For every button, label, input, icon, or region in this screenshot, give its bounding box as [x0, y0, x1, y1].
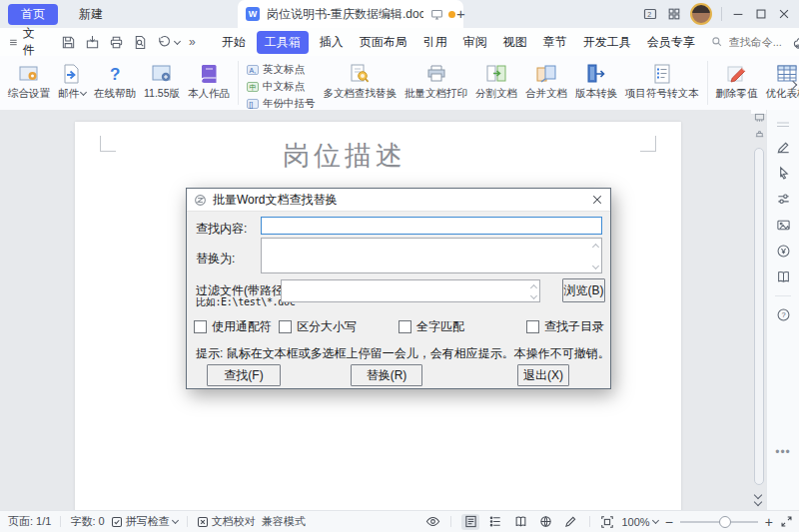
window-manager-icon[interactable]: 2: [642, 6, 658, 22]
ink-pen-button[interactable]: [561, 514, 579, 530]
user-avatar[interactable]: [690, 3, 712, 25]
document-heading[interactable]: 岗位描述: [283, 138, 406, 174]
ruler-toggle-icon[interactable]: [754, 113, 765, 124]
textarea-scroll-arrows[interactable]: [593, 243, 598, 268]
home-tab[interactable]: 首页: [8, 4, 58, 25]
tab-references[interactable]: 引用: [415, 31, 455, 54]
page-down-icon[interactable]: [755, 484, 761, 505]
fit-page-icon[interactable]: [600, 515, 614, 529]
find-button[interactable]: 查找(F): [207, 364, 281, 386]
reference-book-icon[interactable]: [776, 269, 791, 284]
merge-doc-button[interactable]: 合并文档: [521, 60, 571, 100]
replace-with-textarea[interactable]: [262, 239, 601, 272]
dialog-close-icon[interactable]: [591, 194, 603, 206]
split-doc-button[interactable]: 分割文档: [471, 60, 521, 100]
new-document-tab[interactable]: 新建: [68, 6, 114, 23]
checkbox-box[interactable]: [399, 320, 411, 333]
delete-zero-button[interactable]: 删除零值: [712, 60, 762, 100]
find-content-input[interactable]: [262, 218, 601, 234]
zoom-slider-knob[interactable]: [719, 516, 731, 528]
batch-print-button[interactable]: 批量文档打印: [400, 60, 471, 100]
sidebar-more-icon[interactable]: •••: [775, 445, 791, 459]
mail-button[interactable]: 邮件: [54, 60, 90, 100]
undo-icon[interactable]: [157, 35, 180, 50]
exit-button[interactable]: 退出(X): [517, 364, 569, 386]
checkbox-box[interactable]: [194, 320, 207, 333]
fullscreen-icon[interactable]: [780, 515, 793, 528]
checkbox-wildcards[interactable]: 使用通配符: [194, 318, 272, 335]
print-preview-icon[interactable]: [133, 35, 148, 50]
command-search[interactable]: [711, 35, 793, 49]
merge-doc-icon: [535, 60, 557, 87]
tab-section[interactable]: 章节: [535, 31, 575, 54]
word-count[interactable]: 字数: 0: [70, 514, 104, 529]
tab-page-layout[interactable]: 页面布局: [352, 31, 415, 54]
export-image-icon[interactable]: [776, 218, 791, 233]
version-convert-button[interactable]: 版本转换: [571, 60, 621, 100]
tab-developer[interactable]: 开发工具: [575, 31, 639, 54]
tab-review[interactable]: 审阅: [455, 31, 495, 54]
tab-insert[interactable]: 插入: [312, 31, 352, 54]
annotate-pen-icon[interactable]: [776, 140, 791, 155]
page-view-button[interactable]: [461, 514, 479, 530]
vertical-scrollbar[interactable]: [751, 110, 767, 511]
spellcheck-toggle[interactable]: 拼写检查: [111, 514, 178, 529]
compatibility-mode[interactable]: 兼容模式: [262, 514, 306, 529]
bullets-to-text-button[interactable]: 项目符号转文本: [621, 60, 703, 100]
coin-icon[interactable]: [776, 244, 791, 259]
tab-toolbox[interactable]: 工具箱: [257, 31, 309, 54]
print-icon[interactable]: [109, 35, 124, 50]
checkbox-whole-word[interactable]: 全字匹配: [399, 318, 464, 335]
command-search-input[interactable]: [727, 35, 793, 49]
scrollbar-thumb[interactable]: [754, 148, 764, 485]
outline-view-button[interactable]: [486, 514, 504, 530]
my-works-button[interactable]: 本人作品: [184, 60, 234, 100]
online-help-button[interactable]: ? 在线帮助: [90, 60, 140, 100]
english-punctuation-button[interactable]: A, 英文标点: [247, 63, 316, 77]
zoom-out-button[interactable]: −: [665, 517, 673, 527]
tab-view[interactable]: 视图: [495, 31, 535, 54]
zoom-level[interactable]: 100%: [621, 516, 657, 528]
adjust-sliders-icon[interactable]: [776, 192, 791, 207]
export-icon[interactable]: [85, 35, 100, 50]
new-tab-button[interactable]: +: [456, 5, 465, 23]
eye-protect-icon[interactable]: [425, 514, 440, 529]
read-view-button[interactable]: [511, 514, 529, 530]
version-1155-button[interactable]: 11.55版: [140, 60, 184, 100]
more-commands-icon[interactable]: »: [189, 35, 196, 49]
close-button[interactable]: [777, 7, 791, 21]
spellcheck-icon: [111, 516, 123, 528]
minimize-button[interactable]: [731, 7, 745, 21]
document-tab[interactable]: W 岗位说明书-重庆数据编辑.doc: [238, 0, 463, 28]
web-view-button[interactable]: [536, 514, 554, 530]
gridline-toggle-icon[interactable]: [754, 128, 765, 139]
comprehensive-settings-button[interactable]: 综合设置: [4, 60, 54, 100]
panel-handle-icon[interactable]: [776, 121, 790, 129]
select-cursor-icon[interactable]: [776, 166, 791, 181]
checkbox-subfolders[interactable]: 查找子目录: [526, 318, 604, 335]
checkbox-match-case[interactable]: 区分大小写: [279, 318, 357, 335]
tab-member[interactable]: 会员专享: [639, 31, 703, 54]
chinese-punctuation-button[interactable]: 中 中文标点: [247, 80, 316, 94]
checkbox-box[interactable]: [526, 320, 539, 333]
proofread-button[interactable]: 文档校对: [197, 514, 256, 529]
maximize-button[interactable]: [754, 7, 768, 21]
dialog-titlebar[interactable]: 批量Word文档查找替换: [187, 189, 610, 212]
ribbon-tabs: 开始 工具箱 插入 页面布局 引用 审阅 视图 章节 开发工具 会员专享: [214, 31, 703, 54]
filter-path-input[interactable]: [282, 280, 539, 301]
input-spin-arrows[interactable]: [531, 283, 536, 298]
tab-home[interactable]: 开始: [214, 31, 254, 54]
save-icon[interactable]: [61, 35, 76, 50]
zoom-slider[interactable]: [680, 515, 758, 529]
cloud-status[interactable]: 未上云: [793, 34, 799, 51]
year-brackets-button[interactable]: [] 年份中括号: [247, 97, 316, 111]
optimize-table-button[interactable]: 优化表格: [762, 60, 799, 100]
browse-button[interactable]: 浏览(B): [562, 278, 605, 302]
checkbox-box[interactable]: [279, 320, 292, 333]
replace-button[interactable]: 替换(R): [351, 364, 422, 386]
apps-grid-icon[interactable]: [667, 7, 681, 21]
multi-doc-find-replace-button[interactable]: 多文档查找替换: [320, 60, 401, 100]
zoom-in-button[interactable]: +: [765, 517, 773, 527]
file-menu[interactable]: 文件: [0, 25, 49, 59]
help-icon[interactable]: ?: [776, 307, 791, 322]
